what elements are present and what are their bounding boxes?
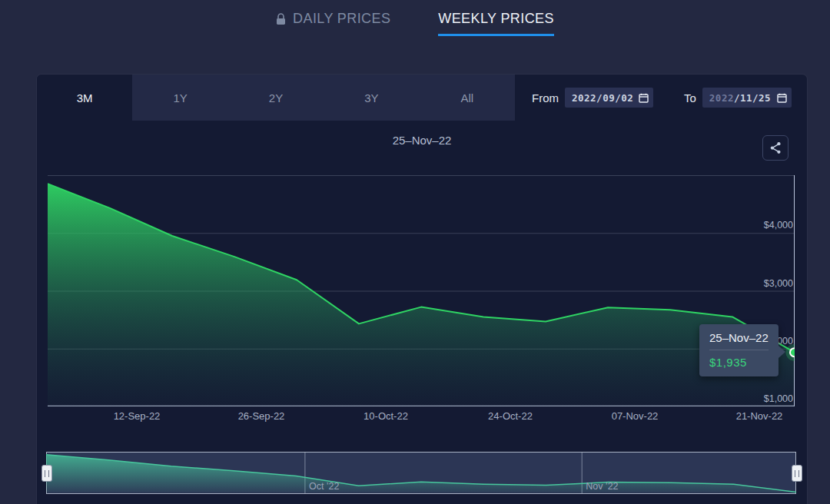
- x-axis-labels: 12-Sep-2226-Sep-2210-Oct-2224-Oct-2207-N…: [48, 410, 795, 424]
- x-axis-label: 24-Oct-22: [488, 410, 533, 422]
- tab-weekly-prices[interactable]: WEEKLY PRICES: [438, 11, 554, 36]
- chart-tooltip: 25–Nov–22 $1,935: [699, 324, 779, 376]
- from-date-value: 2022/09/02: [572, 92, 633, 104]
- y-axis-label: $1,000: [764, 393, 793, 404]
- price-tabs: DAILY PRICES WEEKLY PRICES: [0, 11, 830, 36]
- chart-card: 3M 1Y 2Y 3Y All From 2022/09/02 To 2022/…: [37, 75, 807, 504]
- calendar-icon: [777, 93, 787, 103]
- share-button[interactable]: [762, 135, 788, 161]
- from-date-input[interactable]: 2022/09/02: [565, 88, 653, 108]
- range-button-3y[interactable]: 3Y: [324, 75, 419, 121]
- calendar-icon: [639, 93, 649, 103]
- navigator[interactable]: Oct ’22Nov ’22: [46, 452, 796, 494]
- x-axis-label: 12-Sep-22: [114, 410, 161, 422]
- range-button-1y[interactable]: 1Y: [132, 75, 227, 121]
- navigator-month-label: Nov ’22: [586, 481, 618, 492]
- tooltip-date: 25–Nov–22: [709, 331, 769, 350]
- from-label: From: [532, 91, 559, 104]
- x-axis-label: 10-Oct-22: [364, 410, 408, 422]
- range-button-2y[interactable]: 2Y: [228, 75, 324, 121]
- share-icon: [769, 141, 782, 154]
- y-axis-label: $3,000: [764, 278, 793, 289]
- x-axis-label: 26-Sep-22: [238, 410, 285, 422]
- tooltip-price: $1,935: [709, 356, 769, 369]
- chart-title: 25–Nov–22: [37, 134, 807, 147]
- tab-weekly-label: WEEKLY PRICES: [438, 11, 554, 27]
- navigator-month-label: Oct ’22: [309, 481, 340, 492]
- to-date-value: 2022/11/25: [709, 92, 771, 104]
- area-series: [48, 184, 795, 406]
- hover-marker: [790, 348, 795, 356]
- tab-daily-prices[interactable]: DAILY PRICES: [276, 11, 390, 36]
- x-axis-label: 07-Nov-22: [612, 410, 659, 422]
- to-date-input[interactable]: 2022/11/25: [702, 88, 792, 108]
- navigator-right-handle[interactable]: [792, 465, 802, 482]
- navigator-left-handle[interactable]: [42, 465, 52, 482]
- to-label: To: [684, 91, 696, 104]
- lock-icon: [276, 13, 286, 25]
- tab-daily-label: DAILY PRICES: [293, 11, 390, 27]
- x-axis-label: 21-Nov-22: [736, 410, 783, 422]
- range-selector: 3M 1Y 2Y 3Y All: [37, 75, 515, 121]
- range-button-3m[interactable]: 3M: [37, 75, 132, 121]
- date-range-controls: From 2022/09/02 To 2022/11/25: [532, 75, 795, 121]
- weekly-prices-page: DAILY PRICES WEEKLY PRICES 3M 1Y 2Y 3Y A…: [0, 0, 830, 504]
- range-button-all[interactable]: All: [420, 75, 515, 121]
- y-axis-label: $4,000: [764, 220, 793, 230]
- main-chart-plot[interactable]: $4,000$3,000$2,000$1,000: [48, 175, 795, 406]
